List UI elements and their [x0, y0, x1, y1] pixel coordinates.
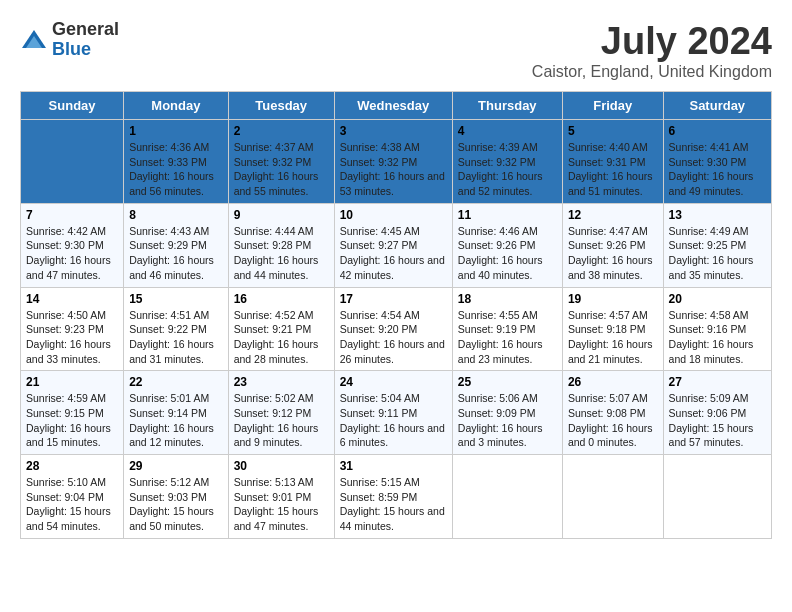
cell-w5-d1: 28Sunrise: 5:10 AMSunset: 9:04 PMDayligh… — [21, 455, 124, 539]
day-number: 29 — [129, 459, 222, 473]
cell-w1-d1 — [21, 120, 124, 204]
day-number: 30 — [234, 459, 329, 473]
cell-w1-d6: 5Sunrise: 4:40 AMSunset: 9:31 PMDaylight… — [562, 120, 663, 204]
day-info: Sunrise: 4:38 AMSunset: 9:32 PMDaylight:… — [340, 141, 445, 197]
day-info: Sunrise: 4:36 AMSunset: 9:33 PMDaylight:… — [129, 141, 214, 197]
day-info: Sunrise: 4:37 AMSunset: 9:32 PMDaylight:… — [234, 141, 319, 197]
day-info: Sunrise: 4:44 AMSunset: 9:28 PMDaylight:… — [234, 225, 319, 281]
week-row-4: 21Sunrise: 4:59 AMSunset: 9:15 PMDayligh… — [21, 371, 772, 455]
col-wednesday: Wednesday — [334, 92, 452, 120]
cell-w3-d6: 19Sunrise: 4:57 AMSunset: 9:18 PMDayligh… — [562, 287, 663, 371]
cell-w2-d3: 9Sunrise: 4:44 AMSunset: 9:28 PMDaylight… — [228, 203, 334, 287]
week-row-5: 28Sunrise: 5:10 AMSunset: 9:04 PMDayligh… — [21, 455, 772, 539]
day-number: 15 — [129, 292, 222, 306]
day-number: 2 — [234, 124, 329, 138]
day-info: Sunrise: 4:54 AMSunset: 9:20 PMDaylight:… — [340, 309, 445, 365]
day-info: Sunrise: 5:09 AMSunset: 9:06 PMDaylight:… — [669, 392, 754, 448]
calendar-table: Sunday Monday Tuesday Wednesday Thursday… — [20, 91, 772, 539]
day-info: Sunrise: 5:04 AMSunset: 9:11 PMDaylight:… — [340, 392, 445, 448]
day-info: Sunrise: 4:41 AMSunset: 9:30 PMDaylight:… — [669, 141, 754, 197]
day-number: 7 — [26, 208, 118, 222]
day-info: Sunrise: 5:06 AMSunset: 9:09 PMDaylight:… — [458, 392, 543, 448]
day-number: 1 — [129, 124, 222, 138]
cell-w5-d5 — [452, 455, 562, 539]
cell-w1-d3: 2Sunrise: 4:37 AMSunset: 9:32 PMDaylight… — [228, 120, 334, 204]
day-info: Sunrise: 4:40 AMSunset: 9:31 PMDaylight:… — [568, 141, 653, 197]
column-header-row: Sunday Monday Tuesday Wednesday Thursday… — [21, 92, 772, 120]
day-number: 21 — [26, 375, 118, 389]
subtitle: Caistor, England, United Kingdom — [532, 63, 772, 81]
day-number: 31 — [340, 459, 447, 473]
col-sunday: Sunday — [21, 92, 124, 120]
logo-icon — [20, 26, 48, 54]
day-info: Sunrise: 4:57 AMSunset: 9:18 PMDaylight:… — [568, 309, 653, 365]
cell-w4-d1: 21Sunrise: 4:59 AMSunset: 9:15 PMDayligh… — [21, 371, 124, 455]
day-number: 27 — [669, 375, 766, 389]
col-friday: Friday — [562, 92, 663, 120]
day-number: 4 — [458, 124, 557, 138]
col-tuesday: Tuesday — [228, 92, 334, 120]
day-number: 17 — [340, 292, 447, 306]
day-info: Sunrise: 5:02 AMSunset: 9:12 PMDaylight:… — [234, 392, 319, 448]
day-number: 16 — [234, 292, 329, 306]
cell-w5-d2: 29Sunrise: 5:12 AMSunset: 9:03 PMDayligh… — [124, 455, 228, 539]
main-title: July 2024 — [532, 20, 772, 63]
col-saturday: Saturday — [663, 92, 771, 120]
day-info: Sunrise: 4:58 AMSunset: 9:16 PMDaylight:… — [669, 309, 754, 365]
col-monday: Monday — [124, 92, 228, 120]
cell-w5-d4: 31Sunrise: 5:15 AMSunset: 8:59 PMDayligh… — [334, 455, 452, 539]
day-number: 23 — [234, 375, 329, 389]
day-info: Sunrise: 4:42 AMSunset: 9:30 PMDaylight:… — [26, 225, 111, 281]
cell-w1-d2: 1Sunrise: 4:36 AMSunset: 9:33 PMDaylight… — [124, 120, 228, 204]
day-number: 24 — [340, 375, 447, 389]
day-info: Sunrise: 4:47 AMSunset: 9:26 PMDaylight:… — [568, 225, 653, 281]
day-number: 22 — [129, 375, 222, 389]
day-info: Sunrise: 4:51 AMSunset: 9:22 PMDaylight:… — [129, 309, 214, 365]
cell-w3-d5: 18Sunrise: 4:55 AMSunset: 9:19 PMDayligh… — [452, 287, 562, 371]
cell-w3-d2: 15Sunrise: 4:51 AMSunset: 9:22 PMDayligh… — [124, 287, 228, 371]
cell-w4-d6: 26Sunrise: 5:07 AMSunset: 9:08 PMDayligh… — [562, 371, 663, 455]
cell-w4-d2: 22Sunrise: 5:01 AMSunset: 9:14 PMDayligh… — [124, 371, 228, 455]
cell-w2-d7: 13Sunrise: 4:49 AMSunset: 9:25 PMDayligh… — [663, 203, 771, 287]
day-info: Sunrise: 4:39 AMSunset: 9:32 PMDaylight:… — [458, 141, 543, 197]
day-info: Sunrise: 5:12 AMSunset: 9:03 PMDaylight:… — [129, 476, 214, 532]
day-number: 20 — [669, 292, 766, 306]
week-row-2: 7Sunrise: 4:42 AMSunset: 9:30 PMDaylight… — [21, 203, 772, 287]
cell-w2-d5: 11Sunrise: 4:46 AMSunset: 9:26 PMDayligh… — [452, 203, 562, 287]
cell-w1-d5: 4Sunrise: 4:39 AMSunset: 9:32 PMDaylight… — [452, 120, 562, 204]
day-info: Sunrise: 4:59 AMSunset: 9:15 PMDaylight:… — [26, 392, 111, 448]
day-number: 26 — [568, 375, 658, 389]
cell-w4-d5: 25Sunrise: 5:06 AMSunset: 9:09 PMDayligh… — [452, 371, 562, 455]
day-number: 8 — [129, 208, 222, 222]
cell-w3-d7: 20Sunrise: 4:58 AMSunset: 9:16 PMDayligh… — [663, 287, 771, 371]
cell-w3-d1: 14Sunrise: 4:50 AMSunset: 9:23 PMDayligh… — [21, 287, 124, 371]
cell-w1-d4: 3Sunrise: 4:38 AMSunset: 9:32 PMDaylight… — [334, 120, 452, 204]
day-number: 14 — [26, 292, 118, 306]
day-number: 10 — [340, 208, 447, 222]
col-thursday: Thursday — [452, 92, 562, 120]
day-number: 19 — [568, 292, 658, 306]
title-section: July 2024 Caistor, England, United Kingd… — [532, 20, 772, 81]
day-info: Sunrise: 4:43 AMSunset: 9:29 PMDaylight:… — [129, 225, 214, 281]
day-number: 3 — [340, 124, 447, 138]
day-info: Sunrise: 4:50 AMSunset: 9:23 PMDaylight:… — [26, 309, 111, 365]
cell-w2-d2: 8Sunrise: 4:43 AMSunset: 9:29 PMDaylight… — [124, 203, 228, 287]
day-number: 28 — [26, 459, 118, 473]
day-number: 25 — [458, 375, 557, 389]
cell-w2-d1: 7Sunrise: 4:42 AMSunset: 9:30 PMDaylight… — [21, 203, 124, 287]
logo-general: General — [52, 20, 119, 40]
logo-blue: Blue — [52, 40, 119, 60]
cell-w4-d3: 23Sunrise: 5:02 AMSunset: 9:12 PMDayligh… — [228, 371, 334, 455]
day-number: 11 — [458, 208, 557, 222]
day-info: Sunrise: 4:49 AMSunset: 9:25 PMDaylight:… — [669, 225, 754, 281]
cell-w5-d6 — [562, 455, 663, 539]
day-number: 6 — [669, 124, 766, 138]
day-info: Sunrise: 4:45 AMSunset: 9:27 PMDaylight:… — [340, 225, 445, 281]
day-info: Sunrise: 5:15 AMSunset: 8:59 PMDaylight:… — [340, 476, 445, 532]
day-number: 13 — [669, 208, 766, 222]
day-info: Sunrise: 4:52 AMSunset: 9:21 PMDaylight:… — [234, 309, 319, 365]
cell-w4-d7: 27Sunrise: 5:09 AMSunset: 9:06 PMDayligh… — [663, 371, 771, 455]
logo: General Blue — [20, 20, 119, 60]
cell-w3-d4: 17Sunrise: 4:54 AMSunset: 9:20 PMDayligh… — [334, 287, 452, 371]
day-number: 12 — [568, 208, 658, 222]
